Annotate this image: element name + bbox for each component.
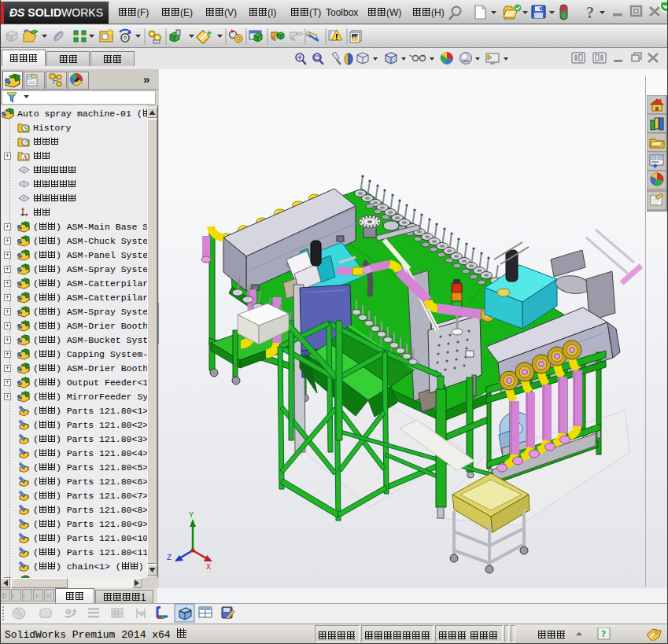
svg-text:Z: Z: [167, 554, 172, 562]
svg-text:?: ?: [601, 628, 606, 639]
svg-text:Y: Y: [189, 511, 194, 520]
svg-text:»: »: [143, 72, 149, 86]
svg-text:X: X: [206, 563, 211, 572]
svg-text:?: ?: [586, 4, 594, 21]
